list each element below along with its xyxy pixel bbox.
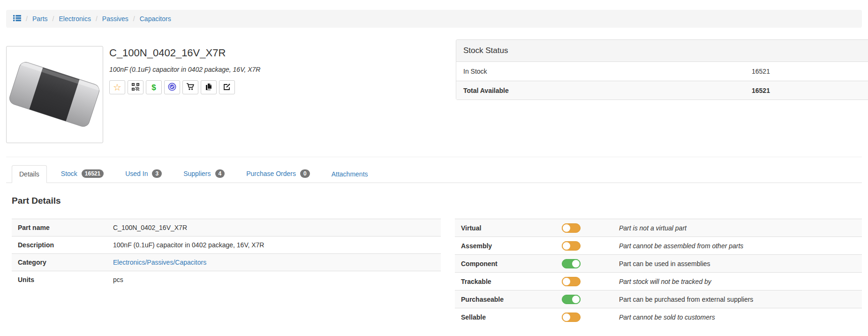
breadcrumb: / Parts / Electronics / Passives / Capac… [6, 10, 862, 28]
toggle-knob [562, 313, 571, 322]
units-value: pcs [113, 276, 123, 283]
part-thumbnail[interactable] [6, 46, 103, 143]
toggle-knob [571, 259, 581, 268]
part-details-table: Part name C_100N_0402_16V_X7R Descriptio… [12, 219, 441, 288]
row-label: Part name [12, 224, 113, 231]
tab-label: Attachments [332, 170, 368, 178]
total-available-value: 16521 [752, 87, 770, 94]
row-label: Trackable [455, 278, 562, 285]
tab-suppliers[interactable]: Suppliers 4 [176, 164, 232, 183]
capacitor-photo [9, 49, 100, 140]
table-row-assembly: Assembly Part cannot be assembled from o… [455, 237, 862, 254]
check-circle-icon [168, 83, 176, 92]
star-icon: ☆ [113, 83, 121, 92]
table-row-virtual: Virtual Part is not a virtual part [455, 219, 862, 237]
tab-attachments[interactable]: Attachments [324, 165, 376, 183]
row-label: Sellable [455, 313, 562, 321]
table-row-purchaseable: Purchaseable Part can be purchased from … [455, 290, 862, 308]
barcode-button[interactable] [128, 80, 143, 94]
row-label: Category [12, 259, 113, 266]
favourite-button[interactable]: ☆ [109, 80, 125, 94]
part-flags-table: Virtual Part is not a virtual part Assem… [455, 219, 862, 326]
stock-status-heading: Stock Status [456, 40, 868, 62]
flag-description: Part cannot be assembled from other part… [619, 242, 743, 250]
qr-code-icon [132, 83, 139, 92]
toggle-knob [571, 295, 581, 304]
tab-label: Used In [125, 170, 148, 177]
part-action-toolbar: ☆ $ [109, 80, 260, 94]
table-row-units: Units pcs [12, 271, 441, 288]
list-icon [13, 15, 21, 23]
flag-description: Part cannot be sold to customers [619, 313, 715, 321]
part-header: C_100N_0402_16V_X7R 100nF (0.1uF) capaci… [109, 47, 260, 94]
pricing-button[interactable]: $ [146, 80, 162, 94]
breadcrumb-separator: / [96, 15, 98, 23]
row-label: Assembly [455, 242, 562, 250]
part-detail-page: / Parts / Electronics / Passives / Capac… [0, 0, 868, 336]
duplicate-button[interactable] [201, 80, 217, 94]
flag-description: Part stock will not be tracked by [619, 278, 711, 285]
order-button[interactable] [182, 80, 198, 94]
in-stock-value: 16521 [752, 68, 770, 75]
used-in-count-badge: 3 [152, 169, 162, 178]
toggle-knob [562, 241, 571, 251]
table-row-trackable: Trackable Part stock will not be tracked… [455, 272, 862, 290]
tab-label: Stock [61, 170, 77, 177]
edit-button[interactable] [219, 80, 235, 94]
trackable-toggle[interactable] [562, 277, 581, 286]
flag-description: Part is not a virtual part [619, 224, 687, 232]
stock-status-panel: Stock Status In Stock 16521 Total Availa… [456, 39, 868, 100]
validate-button[interactable] [164, 80, 180, 94]
category-link[interactable]: Electronics/Passives/Capacitors [113, 259, 206, 266]
row-label: Component [455, 260, 562, 267]
flag-description: Part can be purchased from external supp… [619, 296, 753, 303]
purchase-orders-count-badge: 0 [300, 169, 310, 178]
total-available-label: Total Available [456, 87, 752, 94]
breadcrumb-separator: / [53, 15, 54, 23]
suppliers-count-badge: 4 [215, 169, 225, 178]
in-stock-label: In Stock [456, 68, 752, 75]
component-toggle[interactable] [562, 259, 581, 268]
part-tabs: Details Stock 16521 Used In 3 Suppliers … [6, 164, 862, 183]
stock-row-in-stock: In Stock 16521 [456, 62, 868, 81]
part-description: 100nF (0.1uF) capacitor in 0402 package,… [109, 66, 260, 73]
purchaseable-toggle[interactable] [562, 295, 581, 304]
tab-used-in[interactable]: Used In 3 [118, 164, 169, 183]
tab-label: Purchase Orders [246, 170, 296, 177]
flag-description: Part can be used in assemblies [619, 260, 710, 267]
breadcrumb-item-capacitors[interactable]: Capacitors [140, 15, 171, 23]
description-value: 100nF (0.1uF) capacitor in 0402 package,… [113, 241, 264, 249]
table-row-part-name: Part name C_100N_0402_16V_X7R [12, 219, 441, 236]
stock-row-total-available: Total Available 16521 [456, 81, 868, 99]
assembly-toggle[interactable] [562, 241, 581, 251]
part-details-heading: Part Details [12, 196, 61, 206]
section-divider [6, 157, 862, 157]
copy-icon [205, 83, 212, 92]
cart-icon [186, 83, 195, 92]
table-row-category: Category Electronics/Passives/Capacitors [12, 253, 441, 271]
breadcrumb-separator: / [26, 15, 28, 23]
part-name-value: C_100N_0402_16V_X7R [113, 224, 187, 231]
tab-stock[interactable]: Stock 16521 [53, 164, 111, 183]
virtual-toggle[interactable] [562, 223, 581, 233]
table-row-description: Description 100nF (0.1uF) capacitor in 0… [12, 236, 441, 253]
toggle-knob [562, 223, 571, 233]
row-label: Purchaseable [455, 296, 562, 303]
tab-label: Details [19, 170, 39, 178]
tab-details[interactable]: Details [12, 165, 47, 183]
part-name-title: C_100N_0402_16V_X7R [109, 47, 260, 59]
tab-label: Suppliers [183, 170, 211, 177]
breadcrumb-separator: / [133, 15, 135, 23]
sellable-toggle[interactable] [562, 313, 581, 322]
tab-purchase-orders[interactable]: Purchase Orders 0 [239, 164, 317, 183]
breadcrumb-item-parts[interactable]: Parts [32, 15, 48, 23]
breadcrumb-item-electronics[interactable]: Electronics [59, 15, 91, 23]
row-label: Virtual [455, 224, 562, 232]
row-label: Description [12, 241, 113, 249]
table-row-component: Component Part can be used in assemblies [455, 254, 862, 272]
breadcrumb-item-passives[interactable]: Passives [102, 15, 128, 23]
toggle-knob [562, 277, 571, 286]
parts-index-link[interactable] [13, 15, 21, 23]
dollar-icon: $ [151, 84, 156, 92]
table-row-sellable: Sellable Part cannot be sold to customer… [455, 308, 862, 326]
